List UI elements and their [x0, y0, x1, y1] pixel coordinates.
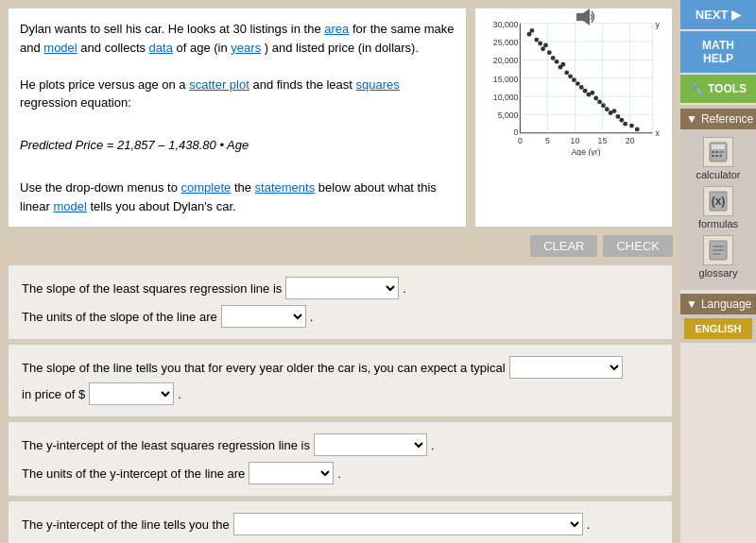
svg-point-44	[579, 85, 584, 90]
q3-label1: The slope of the line tells you that for…	[22, 361, 506, 375]
svg-text:25,000: 25,000	[493, 38, 519, 47]
q3-label2: in price of $	[22, 387, 85, 401]
glossary-item[interactable]: glossary	[699, 235, 738, 279]
link-complete[interactable]: complete	[181, 180, 232, 195]
language-triangle-icon: ▼	[686, 297, 697, 311]
q6-dropdown[interactable]	[233, 513, 583, 535]
sound-icon-area[interactable]	[576, 8, 597, 29]
q2-dropdown[interactable]	[221, 305, 306, 328]
q4-dropdown[interactable]	[314, 433, 427, 456]
q5-end: .	[337, 467, 341, 481]
svg-text:15: 15	[598, 136, 608, 145]
svg-point-40	[564, 71, 569, 76]
link-years[interactable]: years	[231, 41, 261, 55]
question-section-3: The y-intercept of the least squares reg…	[8, 421, 673, 497]
q5-dropdown[interactable]	[249, 462, 334, 484]
sidebar: NEXT ▶ MATH HELP 🔧 TOOLS ▼ Reference	[680, 0, 756, 543]
calculator-icon	[703, 137, 733, 167]
scatter-chart: 30,000 25,000 20,000 15,000 10,000 5,000…	[474, 8, 673, 228]
svg-point-43	[576, 81, 580, 86]
problem-text-box: Dylan wants to sell his car. He looks at…	[8, 8, 467, 228]
svg-point-48	[593, 96, 598, 101]
svg-rect-66	[715, 151, 718, 153]
svg-point-29	[527, 32, 532, 37]
svg-marker-62	[583, 8, 590, 25]
language-header[interactable]: ▼ Language i	[680, 294, 756, 314]
q4-end: .	[431, 438, 435, 452]
svg-text:20,000: 20,000	[493, 56, 519, 65]
link-scatter-plot[interactable]: scatter plot	[189, 77, 249, 92]
svg-point-58	[635, 127, 640, 132]
svg-rect-68	[712, 155, 714, 157]
svg-rect-67	[719, 151, 724, 153]
svg-text:Age (yr): Age (yr)	[572, 147, 601, 156]
svg-text:x: x	[656, 128, 661, 138]
link-data[interactable]: data	[149, 41, 173, 55]
link-model2[interactable]: model	[53, 199, 86, 213]
svg-text:30,000: 30,000	[493, 20, 519, 29]
svg-rect-65	[712, 151, 714, 153]
q6-label: The y-intercept of the line tells you th…	[22, 518, 230, 532]
svg-text:5: 5	[545, 136, 550, 145]
q3-dropdown1[interactable]	[509, 356, 623, 379]
reference-header[interactable]: ▼ Reference	[680, 109, 756, 129]
q5-label: The units of the y-intercept of the line…	[22, 467, 245, 481]
language-label: Language	[701, 297, 751, 311]
q2-end: .	[310, 310, 314, 324]
q3-end: .	[178, 387, 181, 401]
svg-point-50	[601, 103, 606, 108]
next-label: NEXT	[696, 8, 729, 22]
math-help-button[interactable]: MATH HELP	[680, 31, 756, 73]
clear-button[interactable]: CLEAR	[530, 235, 597, 257]
question-section-2: The slope of the line tells you that for…	[8, 344, 673, 417]
main-content: Dylan wants to sell his car. He looks at…	[0, 0, 680, 543]
svg-point-37	[555, 59, 559, 64]
link-model[interactable]: model	[43, 41, 77, 55]
chart-svg: 30,000 25,000 20,000 15,000 10,000 5,000…	[479, 14, 666, 156]
check-button[interactable]: CHECK	[603, 235, 673, 257]
english-button[interactable]: ENGLISH	[684, 318, 752, 339]
formulas-icon: (x)	[703, 186, 733, 216]
sound-icon[interactable]	[576, 8, 597, 26]
problem-panel: Dylan wants to sell his car. He looks at…	[8, 8, 673, 228]
svg-rect-64	[712, 144, 725, 149]
q1-label: The slope of the least squares regressio…	[22, 281, 282, 296]
q6-end: .	[587, 518, 591, 532]
q3-row: The slope of the line tells you that for…	[22, 356, 659, 405]
question-section-4: The y-intercept of the line tells you th…	[8, 501, 673, 543]
svg-rect-69	[715, 155, 718, 157]
q6-row: The y-intercept of the line tells you th…	[22, 513, 659, 535]
q2-label: The units of the slope of the line are	[22, 310, 217, 324]
svg-text:5,000: 5,000	[498, 110, 519, 120]
triangle-icon: ▼	[686, 112, 697, 126]
reference-label: Reference	[701, 112, 753, 126]
svg-point-57	[629, 124, 634, 128]
q2-row: The units of the slope of the line are .	[22, 305, 659, 328]
calculator-item[interactable]: calculator	[696, 137, 740, 180]
wrench-icon: 🔧	[690, 82, 704, 95]
link-squares[interactable]: squares	[356, 77, 400, 92]
svg-text:10: 10	[571, 136, 580, 145]
svg-point-36	[551, 56, 556, 60]
svg-point-33	[541, 46, 545, 51]
formulas-label: formulas	[698, 218, 738, 229]
next-arrow-icon: ▶	[731, 8, 741, 22]
svg-point-30	[530, 28, 535, 33]
reference-section: ▼ Reference calculator	[680, 105, 756, 290]
reference-items: calculator (x) formulas	[680, 129, 756, 286]
next-button[interactable]: NEXT ▶	[680, 0, 756, 29]
svg-text:20: 20	[626, 136, 635, 145]
svg-point-35	[547, 50, 552, 55]
tools-button[interactable]: 🔧 TOOLS	[680, 75, 756, 103]
q3-dropdown2[interactable]	[89, 382, 174, 405]
q1-dropdown[interactable]	[285, 277, 399, 299]
formulas-item[interactable]: (x) formulas	[698, 186, 738, 229]
svg-point-56	[623, 122, 627, 127]
svg-point-51	[605, 107, 610, 111]
glossary-icon	[703, 235, 733, 265]
language-section: ▼ Language i ENGLISH	[680, 294, 756, 343]
svg-point-42	[572, 77, 576, 82]
link-statements[interactable]: statements	[255, 180, 316, 195]
link-area[interactable]: area	[324, 22, 349, 36]
svg-point-45	[583, 89, 588, 93]
